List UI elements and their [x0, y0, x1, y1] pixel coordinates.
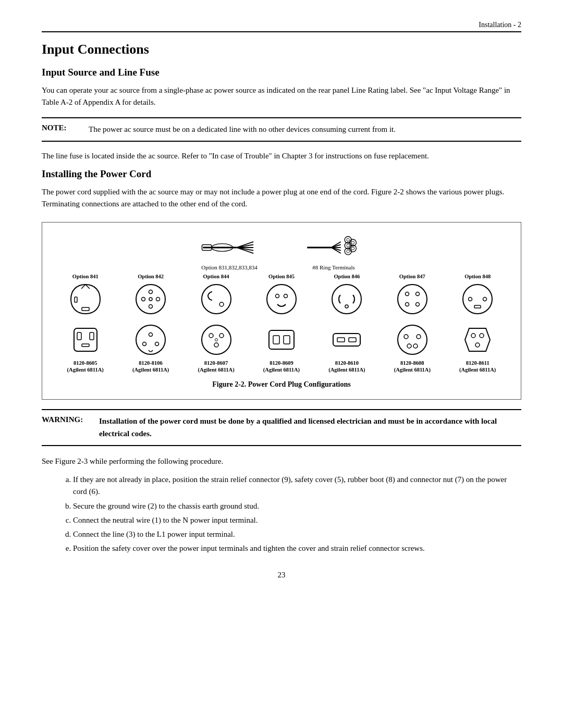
svg-point-30	[149, 304, 153, 308]
svg-point-52	[136, 325, 165, 354]
plug-844-svg	[198, 280, 235, 318]
part-8611: 8120-8611(Agilent 6811A)	[449, 321, 506, 374]
part-8611-number: 8120-8611(Agilent 6811A)	[459, 360, 496, 374]
svg-point-44	[463, 285, 492, 314]
page-header: Installation - 2	[42, 21, 521, 32]
svg-rect-47	[474, 305, 481, 308]
step-a: If they are not already in place, positi…	[73, 474, 521, 498]
svg-point-32	[202, 285, 231, 314]
part-8610-svg	[328, 321, 365, 359]
svg-point-55	[155, 342, 159, 346]
svg-rect-50	[90, 332, 94, 340]
warning-content: Installation of the power cord must be d…	[99, 415, 521, 440]
plug-845-svg	[263, 280, 300, 318]
section1-title: Input Source and Line Fuse	[42, 67, 521, 78]
svg-rect-24	[82, 307, 89, 311]
figure-top-row: Option 831,832,833,834	[47, 232, 516, 270]
part-8607-number: 8120-8607(Agilent 6811A)	[198, 360, 234, 374]
svg-point-70	[407, 344, 411, 348]
main-title: Input Connections	[42, 42, 521, 57]
svg-point-41	[415, 292, 419, 295]
plug-846: Option 846	[318, 274, 375, 318]
part-8605: 8120-8605(Agilent 6811A)	[57, 321, 114, 374]
svg-point-29	[156, 297, 160, 301]
figure-top-ring: #8 Ring Terminals	[302, 232, 365, 270]
plug-845-label: Option 845	[268, 274, 295, 279]
svg-point-71	[413, 344, 418, 348]
part-8608-number: 8120-8608(Agilent 6811A)	[394, 360, 431, 374]
svg-point-73	[480, 334, 484, 338]
note-content: The power ac source must be on a dedicat…	[89, 124, 396, 135]
svg-point-33	[219, 302, 224, 306]
plug-848-label: Option 848	[464, 274, 491, 279]
svg-rect-49	[77, 332, 81, 340]
note-label: NOTE:	[42, 124, 78, 132]
plug-847: Option 847	[384, 274, 441, 318]
part-8611-svg	[459, 321, 496, 359]
svg-point-15	[347, 238, 350, 241]
svg-point-39	[398, 285, 427, 314]
wire-icon	[198, 232, 261, 263]
ring-label: #8 Ring Terminals	[312, 264, 355, 270]
part-8605-svg	[67, 321, 104, 359]
plug-842: Option 842	[122, 274, 179, 318]
step-d: Connect the line (3) to the L1 power inp…	[73, 528, 521, 540]
part-8609-number: 8120-8609(Agilent 6811A)	[263, 360, 300, 374]
plug-845: Option 845	[253, 274, 310, 318]
section2-para1: The power cord supplied with the ac sour…	[42, 186, 521, 211]
svg-rect-61	[269, 330, 294, 349]
part-8607: 8120-8607(Agilent 6811A)	[188, 321, 245, 374]
note-box: NOTE: The power ac source must be on a d…	[42, 117, 521, 142]
svg-point-23	[351, 247, 354, 250]
plug-847-label: Option 847	[399, 274, 425, 279]
svg-point-45	[469, 297, 472, 301]
svg-point-17	[347, 244, 350, 247]
section2-title: Installing the Power Cord	[42, 168, 521, 180]
figure-caption: Figure 2-2. Power Cord Plug Configuratio…	[47, 379, 516, 390]
plug-846-svg	[328, 280, 365, 318]
plug-844: Option 844	[188, 274, 245, 318]
svg-point-27	[149, 290, 153, 293]
plug-844-label: Option 844	[203, 274, 229, 279]
svg-point-21	[351, 241, 354, 244]
plug-841-label: Option 841	[72, 274, 99, 279]
svg-point-37	[332, 285, 361, 314]
svg-point-67	[398, 325, 427, 354]
procedure-intro: See Figure 2-3 while performing the foll…	[42, 455, 521, 467]
svg-point-36	[284, 294, 287, 298]
part-8607-svg	[198, 321, 235, 359]
svg-point-43	[415, 302, 419, 306]
figure-top-wire: Option 831,832,833,834	[198, 232, 261, 270]
svg-point-69	[417, 335, 421, 339]
ring-icon	[302, 232, 365, 263]
svg-rect-66	[349, 338, 356, 342]
svg-point-31	[149, 298, 152, 301]
step-c: Connect the neutral wire (1) to the N po…	[73, 514, 521, 526]
svg-point-56	[202, 325, 231, 354]
svg-point-40	[405, 292, 409, 295]
step-b: Secure the ground wire (2) to the chassi…	[73, 500, 521, 512]
svg-rect-25	[75, 297, 77, 302]
svg-point-19	[347, 250, 350, 253]
warning-label: WARNING:	[42, 415, 89, 424]
part-8106: 8120-8106(Agilent 6811A)	[122, 321, 179, 374]
figure-plugs-row: Option 841 Option 842	[47, 274, 516, 318]
part-8609: 8120-8609(Agilent 6811A)	[253, 321, 310, 374]
page-number: 23	[42, 571, 521, 579]
svg-point-72	[471, 334, 475, 338]
svg-point-68	[404, 335, 408, 339]
warning-box: WARNING: Installation of the power cord …	[42, 409, 521, 446]
figure-parts-row: 8120-8605(Agilent 6811A) 8120-8106(Agile…	[47, 321, 516, 374]
svg-point-26	[136, 285, 165, 314]
part-8610-number: 8120-8610(Agilent 6811A)	[328, 360, 365, 374]
plug-847-svg	[394, 280, 431, 318]
svg-point-42	[405, 302, 409, 306]
svg-rect-65	[337, 338, 345, 342]
section1-para1: You can operate your ac source from a si…	[42, 84, 521, 109]
svg-point-58	[219, 334, 224, 338]
svg-point-38	[345, 305, 348, 308]
header-text: Installation - 2	[479, 21, 521, 29]
svg-point-53	[149, 332, 153, 336]
part-8610: 8120-8610(Agilent 6811A)	[318, 321, 375, 374]
wire-label: Option 831,832,833,834	[201, 264, 258, 270]
